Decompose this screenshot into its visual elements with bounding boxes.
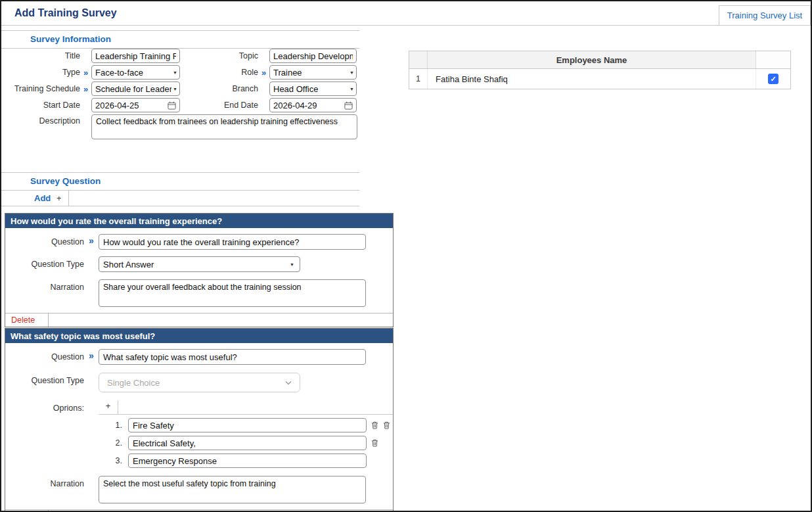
question-card-1-footer: Delete <box>5 313 393 327</box>
question-type-label: Question Type <box>5 256 84 272</box>
employees-table-header: Employees Name <box>409 51 790 69</box>
employees-name-header: Employees Name <box>428 51 756 68</box>
type-select[interactable]: Face-to-face <box>91 65 180 80</box>
option-input[interactable] <box>128 436 367 450</box>
question-type-row: Question Type Short Answer <box>5 256 393 272</box>
delete-option-icon[interactable] <box>371 439 378 447</box>
calendar-icon[interactable] <box>344 101 353 110</box>
delete-question-button[interactable]: Delete <box>5 314 49 327</box>
type-label: Type <box>1 68 80 77</box>
training-survey-list-button[interactable]: Training Survey List <box>719 5 811 26</box>
add-option-button[interactable]: + <box>99 400 118 414</box>
option-row-2: 2. <box>5 436 393 450</box>
spacer <box>84 373 99 392</box>
question-type-select[interactable]: Short Answer <box>99 256 300 272</box>
type-select-value: Face-to-face <box>95 68 171 78</box>
chevron-down-icon <box>285 381 292 385</box>
required-icon <box>258 68 269 78</box>
question-card-2-body: Question Question Type Single Choice Opr… <box>5 343 393 503</box>
question-card-2-header: What safety topic was most useful? <box>5 329 393 343</box>
training-schedule-select[interactable]: Schedule for Leaders <box>91 81 180 96</box>
plus-icon: + <box>56 194 61 203</box>
description-label: Description <box>1 114 80 126</box>
options-label: Oprions: <box>5 400 84 415</box>
spacer <box>84 400 99 415</box>
add-training-survey-page: Add Training Survey Training Survey List… <box>0 0 812 512</box>
branch-select-value: Head Office <box>273 84 348 94</box>
narration-row: Narration Share your overall feedback ab… <box>5 279 393 307</box>
index-header-cell <box>409 51 428 68</box>
title-label: Title <box>1 51 80 60</box>
role-select-value: Trainee <box>273 68 348 78</box>
add-question-row: Add + <box>1 191 359 206</box>
section-survey-question: Survey Question <box>1 172 359 191</box>
start-date-input[interactable]: 2026-04-25 <box>91 98 180 112</box>
spacer <box>84 476 99 503</box>
options-toolbar: + <box>99 400 393 415</box>
narration-textarea[interactable]: Select the most useful safety topic from… <box>99 476 366 503</box>
required-icon <box>80 68 91 78</box>
question-type-value: Short Answer <box>103 260 288 269</box>
option-input[interactable] <box>128 418 367 432</box>
top-bar: Add Training Survey Training Survey List <box>1 1 811 26</box>
narration-row: Narration Select the most useful safety … <box>5 476 393 503</box>
chevron-down-icon <box>290 262 294 267</box>
question-type-select-disabled: Single Choice <box>99 373 300 392</box>
option-number: 1. <box>5 421 122 430</box>
option-input[interactable] <box>128 454 367 468</box>
question-row: Question <box>5 234 393 250</box>
option-number: 3. <box>5 456 122 465</box>
question-label: Question <box>5 349 84 365</box>
training-schedule-label: Training Schedule <box>1 84 80 93</box>
form-row-type-role: Type Face-to-face Role Trainee <box>1 65 369 80</box>
employee-name: Fatiha Binte Shafiq <box>428 69 756 89</box>
question-card-2-footer: Delete <box>5 509 393 512</box>
question-card-1-body: Question Question Type Short Answer Narr… <box>5 228 393 307</box>
topic-input[interactable] <box>269 49 357 63</box>
section-survey-information: Survey Information <box>1 30 359 49</box>
start-date-value: 2026-04-25 <box>95 101 139 110</box>
start-date-label: Start Date <box>1 101 80 110</box>
option-row-1: 1. <box>5 418 393 432</box>
chevron-down-icon <box>173 70 177 75</box>
question-label: Question <box>5 234 84 250</box>
form-row-schedule-branch: Training Schedule Schedule for Leaders B… <box>1 81 369 96</box>
end-date-input[interactable]: 2026-04-29 <box>269 98 357 112</box>
delete-option-icon[interactable] <box>383 421 390 429</box>
form-row-description: Description Collect feedback from traine… <box>1 114 369 141</box>
options-header-row: Oprions: + <box>5 400 393 415</box>
training-schedule-select-value: Schedule for Leaders <box>95 84 171 94</box>
question-card-2: What safety topic was most useful? Quest… <box>5 328 394 512</box>
branch-select[interactable]: Head Office <box>269 81 357 96</box>
required-icon <box>80 84 91 94</box>
branch-label: Branch <box>180 84 258 93</box>
employee-checkbox-checked[interactable] <box>768 74 778 84</box>
delete-option-icon[interactable] <box>371 421 378 429</box>
employees-table: Employees Name 1 Fatiha Binte Shafiq <box>409 51 791 89</box>
question-input[interactable] <box>99 349 366 365</box>
end-date-label: End Date <box>180 101 258 110</box>
chevron-down-icon <box>350 70 354 75</box>
question-card-1: How would you rate the overall training … <box>5 213 394 327</box>
add-question-button[interactable]: Add + <box>1 191 69 206</box>
question-input[interactable] <box>99 234 366 250</box>
form-row-dates: Start Date 2026-04-25 End Date 2026-04-2… <box>1 98 369 112</box>
delete-label: Delete <box>11 315 35 325</box>
checkbox-header-cell <box>756 51 790 68</box>
question-type-value: Single Choice <box>107 378 285 388</box>
end-date-value: 2026-04-29 <box>273 101 317 110</box>
employee-row: 1 Fatiha Binte Shafiq <box>409 69 790 89</box>
role-select[interactable]: Trainee <box>269 65 357 80</box>
spacer <box>84 279 99 307</box>
calendar-icon[interactable] <box>168 101 176 110</box>
chevron-down-icon <box>350 87 354 91</box>
description-textarea[interactable]: Collect feedback from trainees on leader… <box>91 114 357 139</box>
narration-textarea[interactable]: Share your overall feedback about the tr… <box>99 279 366 307</box>
add-label: Add <box>34 193 51 203</box>
spacer <box>84 256 99 272</box>
question-row: Question <box>5 349 393 365</box>
title-input[interactable] <box>91 49 180 63</box>
narration-label: Narration <box>5 279 84 307</box>
employee-index: 1 <box>409 69 428 89</box>
survey-information-form: Title Topic Type Face-to-face Role Train… <box>1 49 369 143</box>
